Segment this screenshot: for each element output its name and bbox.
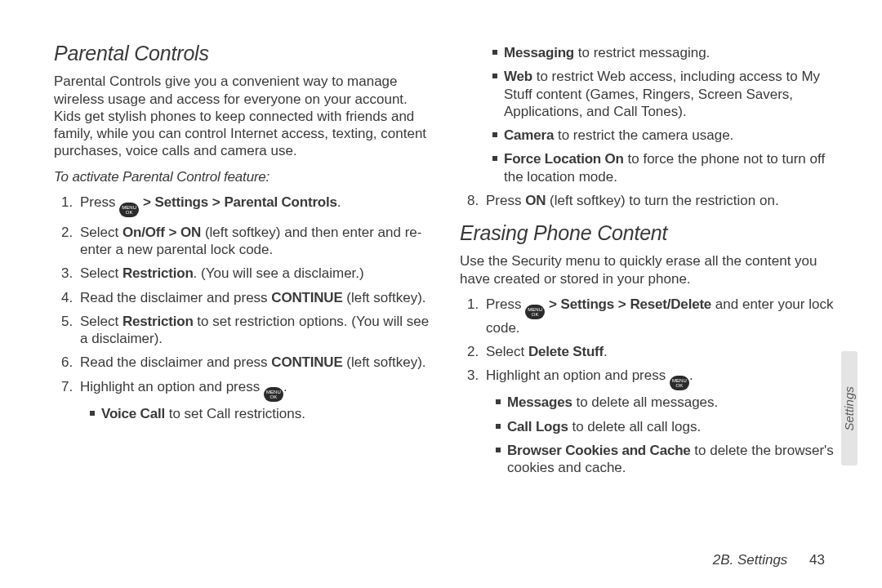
menu-ok-key-icon: MENUOK (264, 387, 283, 402)
step-2: Select On/Off > ON (left softkey) and th… (77, 224, 432, 259)
bullet-call-logs: Call Logs to delete all call logs. (496, 418, 838, 435)
chevron-right-icon: > (549, 296, 557, 312)
bullet-web: Web to restrict Web access, including ac… (492, 68, 838, 120)
step2-2: Select Delete Stuff. (483, 343, 838, 360)
text: Press (80, 194, 119, 210)
thumb-index-tab: Settings (841, 351, 858, 466)
step2-3: Highlight an option and press MENUOK. Me… (483, 367, 838, 476)
sub-bullets-2: Messages to delete all messages. Call Lo… (486, 394, 838, 476)
chevron-right-icon: > (212, 194, 220, 210)
sub-bullets-cont: Messaging to restrict messaging. Web to … (460, 44, 838, 185)
bullet-messaging: Messaging to restrict messaging. (492, 44, 838, 61)
page-footer: 2B. Settings 43 (713, 551, 825, 568)
thumb-index-label: Settings (842, 386, 858, 430)
bullet-messages: Messages to delete all messages. (496, 394, 838, 411)
menu-ok-key-icon: MENUOK (119, 203, 139, 217)
steps-list: Press MENUOK > Settings > Parental Contr… (54, 194, 432, 422)
left-column: Parental Controls Parental Controls give… (54, 41, 432, 555)
manual-page: Parental Controls Parental Controls give… (0, 0, 882, 588)
chevron-right-icon: > (168, 225, 176, 240)
bullet-browser-cookies: Browser Cookies and Cache to delete the … (496, 442, 838, 477)
heading-parental-controls: Parental Controls (54, 41, 432, 66)
intro-paragraph: Parental Controls give you a convenient … (54, 73, 432, 159)
bullet-force-location: Force Location On to force the phone not… (492, 150, 838, 185)
step-1: Press MENUOK > Settings > Parental Contr… (77, 194, 432, 217)
right-column: Messaging to restrict messaging. Web to … (460, 41, 838, 555)
bullet-camera: Camera to restrict the camera usage. (492, 127, 838, 144)
bold: Parental Controls (224, 194, 336, 210)
menu-ok-key-icon: MENUOK (670, 376, 689, 390)
sub-bullets: Voice Call to set Call restrictions. (80, 405, 432, 422)
steps-list-cont: Press ON (left softkey) to turn the rest… (460, 192, 838, 209)
steps-list-2: Press MENUOK > Settings > Reset/Delete a… (460, 296, 838, 477)
step-6: Read the disclaimer and press CONTINUE (… (77, 354, 432, 371)
menu-ok-key-icon: MENUOK (525, 305, 545, 319)
page-number: 43 (809, 552, 825, 568)
chevron-right-icon: > (618, 296, 626, 312)
footer-section: 2B. Settings (713, 552, 788, 568)
lead-activate: To activate Parental Control feature: (54, 168, 432, 185)
chevron-right-icon: > (143, 194, 151, 210)
step-3: Select Restriction. (You will see a disc… (77, 265, 432, 282)
bold: Settings (155, 194, 208, 210)
step-7: Highlight an option and press MENUOK. Vo… (77, 378, 432, 422)
step-5: Select Restriction to set restriction op… (77, 313, 432, 348)
step-8: Press ON (left softkey) to turn the rest… (483, 192, 838, 209)
heading-erasing-phone-content: Erasing Phone Content (460, 220, 838, 246)
bullet-voice-call: Voice Call to set Call restrictions. (90, 405, 432, 422)
step2-1: Press MENUOK > Settings > Reset/Delete a… (483, 296, 838, 336)
step-4: Read the disclaimer and press CONTINUE (… (77, 289, 432, 306)
intro-erasing: Use the Security menu to quickly erase a… (460, 252, 838, 287)
